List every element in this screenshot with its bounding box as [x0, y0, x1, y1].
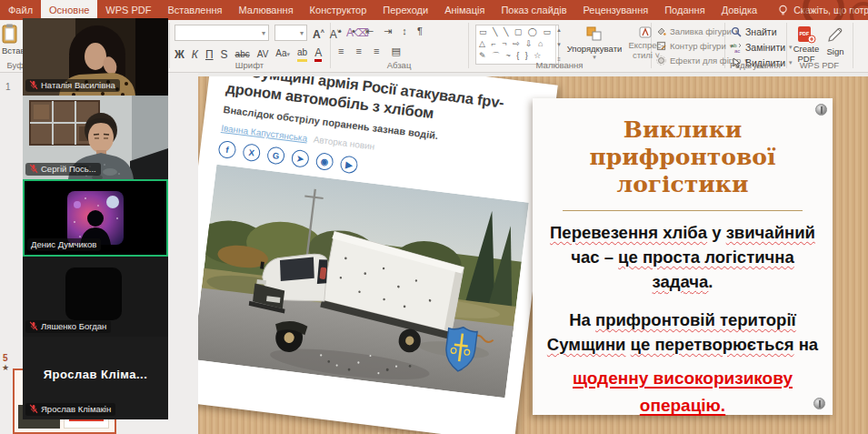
underline-button[interactable]: П [205, 48, 214, 61]
tab-animations[interactable]: Анімація [436, 0, 493, 20]
news-article-image[interactable]: На Сумщині армія Росії атакувала fpv-дро… [198, 76, 558, 434]
text-segment: це перетворюється [631, 335, 794, 354]
italic-button[interactable]: К [192, 48, 198, 61]
paint-bucket-icon [656, 26, 666, 36]
bold-button[interactable]: Ж [175, 48, 185, 61]
participant-tile[interactable]: Наталія Василівна [23, 18, 168, 96]
participant-tile[interactable]: Ярослав Кліма... Ярослав Клімакін [23, 337, 168, 419]
participant-name: Денис Думчиков [31, 239, 96, 249]
arrange-label: Упорядкувати [567, 44, 623, 54]
author-role: Авторка новин [313, 135, 375, 152]
shapes-gallery[interactable]: ▭ ╲ ╲ ▢ ◯ ▭ △ ⌐ ¬ ⇨ ⇩ ⌂ ✎ ⌒ ~ { } ☆ ▲▼≡ [475, 25, 559, 65]
drawing-group-label: Малювання [468, 60, 651, 70]
participant-display-name: Ярослав Кліма... [23, 368, 168, 381]
font-size-combo[interactable]: ▾ [274, 25, 307, 41]
participant-name-chip: Сергій Пось... [25, 163, 101, 176]
thumbnail-number-1: 1 [5, 82, 11, 92]
animation-star-icon: ★ [2, 363, 9, 372]
group-separator [853, 23, 853, 68]
title-divider [563, 210, 802, 211]
theme-decoration [803, 0, 844, 20]
quick-styles-icon [638, 25, 654, 40]
search-icon [731, 26, 742, 37]
editing-group-label: Редагування [724, 60, 786, 70]
svg-text:ac: ac [734, 48, 740, 54]
find-button[interactable]: Знайти [731, 26, 793, 37]
participant-tile[interactable]: Ляшенко Богдан [23, 257, 168, 337]
arrange-button[interactable]: Упорядкувати ▾ [558, 25, 631, 61]
text-segment: Перевезення хліба [550, 223, 707, 242]
paragraph-group-label: Абзац [330, 60, 468, 70]
text-segment: час – [571, 247, 618, 267]
strikethrough-button[interactable]: abc [235, 48, 250, 61]
tab-wps-pdf[interactable]: WPS PDF [97, 0, 159, 20]
char-spacing-button[interactable]: AV [257, 48, 269, 61]
facebook-icon: f [217, 140, 236, 159]
font-name-combo[interactable]: ▾ [175, 25, 269, 41]
create-pdf-button[interactable]: PDF Create PDF [793, 25, 820, 65]
font-group-label: Шрифт [169, 60, 330, 70]
grow-font-button[interactable]: A˄ [313, 25, 324, 41]
sign-button[interactable]: Sign [823, 25, 847, 56]
paste-button[interactable]: Встав [2, 24, 25, 56]
sign-pen-icon [826, 25, 844, 44]
shape-outline-icon [656, 41, 666, 51]
mic-off-icon [29, 80, 38, 90]
google-icon: G [266, 146, 285, 166]
shapes-row[interactable]: ▭ ╲ ╲ ▢ ◯ ▭ [479, 27, 553, 36]
lightbulb-icon [778, 5, 788, 16]
shapes-row[interactable]: △ ⌐ ¬ ⇨ ⇩ ⌂ [479, 39, 553, 48]
tab-slideshow[interactable]: Показ слайдів [493, 0, 574, 20]
tab-design[interactable]: Конструктор [302, 0, 375, 20]
shape-effects-icon [656, 56, 666, 66]
author-link: Іванна Капустянська [221, 123, 308, 144]
paragraph-row-2[interactable]: ≡ ≡ ≡ ▤ [338, 45, 405, 57]
participant-tile-active-speaker[interactable]: Денис Думчиков [23, 179, 168, 257]
screw-icon [815, 104, 827, 116]
tab-view[interactable]: Подання [656, 0, 713, 20]
participant-name-chip: Денис Думчиков [27, 238, 101, 251]
participant-name: Ляшенко Богдан [41, 321, 106, 331]
slide-canvas[interactable]: На Сумщині армія Росії атакувала fpv-дро… [198, 76, 868, 434]
participant-tile[interactable]: Сергій Пось... [23, 96, 168, 179]
paste-label: Встав [2, 45, 25, 56]
text-segment: у [707, 223, 726, 242]
replace-icon: abac [731, 42, 742, 53]
participant-name: Наталія Василівна [41, 80, 115, 90]
ribbon-tab-bar: Файл Основне WPS PDF Вставлення Малюванн… [0, 0, 868, 20]
change-case-button[interactable]: Aa▾ [275, 47, 290, 61]
tab-review[interactable]: Рецензування [574, 0, 656, 20]
mic-off-icon [29, 164, 38, 174]
participant-name: Сергій Пось... [41, 164, 96, 174]
text-segment: звичайний [726, 223, 815, 242]
text-segment: На [569, 310, 595, 329]
tab-insert[interactable]: Вставлення [159, 0, 230, 20]
mic-off-icon [29, 321, 38, 331]
text-segment: . [708, 272, 713, 291]
text-segment: це проста логістична задача [618, 247, 794, 291]
text-shadow-button[interactable]: S [221, 48, 228, 61]
sign-label: Sign [826, 46, 843, 56]
damaged-truck-photo [198, 165, 529, 399]
paragraph-row-1[interactable]: • • ⇤ ⇥ ↕ ¶ [338, 25, 426, 37]
participant-name-chip: Ярослав Клімакін [25, 403, 115, 416]
x-icon: X [242, 143, 261, 162]
create-pdf-icon: PDF [796, 25, 816, 44]
tab-file[interactable]: Файл [0, 0, 41, 20]
replace-button[interactable]: abac Замінити▾ [731, 42, 793, 53]
tab-draw[interactable]: Малювання [231, 0, 302, 20]
card-paragraph-2: На прифронтовій території Сумщини це пер… [544, 308, 822, 419]
tab-home[interactable]: Основне [41, 0, 97, 20]
text-segment: на [794, 335, 819, 354]
card-title: Виклики прифронтової логістики [544, 116, 822, 198]
wps-group-label: WPS PDF [786, 60, 853, 70]
screw-icon [813, 398, 825, 409]
tab-help[interactable]: Довідка [713, 0, 766, 20]
clipboard-icon [2, 24, 18, 44]
slide-text-card[interactable]: Виклики прифронтової логістики Перевезен… [533, 98, 833, 415]
tab-transitions[interactable]: Переходи [374, 0, 436, 20]
participant-name-chip: Наталія Василівна [25, 79, 120, 92]
youtube-icon: ▶ [339, 156, 358, 175]
mic-off-icon [29, 404, 38, 414]
telegram-icon: ➤ [291, 149, 310, 168]
